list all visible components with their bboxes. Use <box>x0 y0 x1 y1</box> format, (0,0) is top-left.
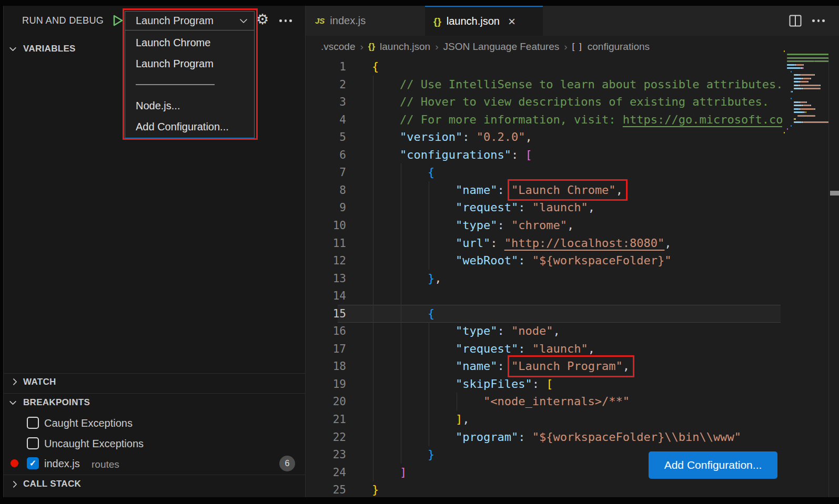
window-left-edge <box>0 6 4 504</box>
line-number: 13 <box>305 270 346 287</box>
code-line: 10 "type": "chrome", <box>305 217 839 234</box>
code-text: // Use IntelliSense to learn about possi… <box>372 76 782 94</box>
editor-more-actions-icon[interactable] <box>812 19 825 22</box>
minimap-line <box>814 60 828 62</box>
section-breakpoints[interactable]: BREAKPOINTS <box>23 397 90 408</box>
minimap-line <box>794 85 798 86</box>
minimap-line <box>787 57 828 59</box>
code-text: "program": "${workspaceFolder}\\bin\\www… <box>372 428 782 446</box>
dropdown-item-config[interactable]: Launch Program <box>125 53 254 74</box>
close-icon[interactable]: × <box>508 15 515 28</box>
checkbox-index-js[interactable]: ✓ <box>27 457 39 469</box>
minimap-line <box>803 64 804 66</box>
code-line: 19 "skipFiles": [ <box>305 375 839 393</box>
breadcrumb-separator: › <box>564 41 567 53</box>
code-line: 13 }, <box>305 270 839 287</box>
section-variables[interactable]: VARIABLES <box>23 44 76 54</box>
breadcrumb-item[interactable]: launch.json <box>380 41 430 53</box>
tab-index-js[interactable]: JS index.js <box>307 6 425 36</box>
checkbox-caught-exceptions[interactable] <box>27 417 39 429</box>
code-line: 15 { <box>305 305 839 323</box>
line-number: 10 <box>305 217 346 234</box>
code-line: 4 // For more information, visit: https:… <box>305 111 839 129</box>
line-number: 22 <box>305 428 346 446</box>
minimap-line <box>803 88 820 89</box>
minimap-line <box>795 118 796 120</box>
code-line: 21 ], <box>305 410 839 428</box>
debug-config-selected-value: Launch Program <box>136 15 214 27</box>
chevron-right-icon[interactable] <box>11 480 19 489</box>
more-actions-icon[interactable] <box>279 19 292 22</box>
line-number: 12 <box>305 252 346 270</box>
add-configuration-button[interactable]: Add Configuration... <box>649 451 777 479</box>
minimap-line <box>797 115 815 117</box>
code-line: 1{ <box>305 58 839 76</box>
code-text: "name": "Launch Program", <box>372 357 782 375</box>
code-editor[interactable]: 1{2 // Use IntelliSense to learn about p… <box>305 58 839 497</box>
debug-config-select[interactable]: Launch Program <box>125 11 255 30</box>
code-line: 11 "url": "http://localhost:8080", <box>305 234 839 252</box>
section-divider <box>4 475 305 475</box>
minimap-line <box>791 71 792 73</box>
dropdown-item-config[interactable]: Launch Chrome <box>125 32 254 53</box>
window-top-edge <box>0 0 839 6</box>
minimap-line <box>806 101 807 103</box>
code-line: 16 "type": "node", <box>305 322 839 340</box>
breakpoint-count-badge: 6 <box>279 456 295 471</box>
chevron-right-icon[interactable] <box>11 377 19 386</box>
chevron-down-icon[interactable] <box>8 398 17 407</box>
code-line: 20 "<node_internals>/**" <box>305 393 839 410</box>
minimap-line <box>814 74 815 76</box>
code-line: 3 // Hover to view descriptions of exist… <box>305 93 839 111</box>
dropdown-item-action[interactable]: Add Configuration... <box>125 116 254 137</box>
minimap-line <box>794 101 799 103</box>
breakpoint-label[interactable]: Caught Exceptions <box>44 417 133 429</box>
line-number: 15 <box>305 305 346 323</box>
code-line: 18 "name": "Launch Program", <box>305 357 839 375</box>
line-number: 14 <box>305 287 346 305</box>
checkbox-uncaught-exceptions[interactable] <box>27 437 39 449</box>
line-number: 20 <box>305 393 346 410</box>
code-line: 12 "webRoot": "${workspaceFolder}" <box>305 252 839 270</box>
gear-icon[interactable]: ⚙ <box>256 13 269 27</box>
chevron-down-icon[interactable] <box>8 45 17 54</box>
minimap-line <box>794 111 803 113</box>
minimap-line <box>794 105 802 106</box>
breakpoint-label[interactable]: Uncaught Exceptions <box>44 438 144 450</box>
code-line: 22 "program": "${workspaceFolder}\\bin\\… <box>305 428 839 446</box>
minimap-line <box>787 60 814 62</box>
line-number: 1 <box>305 58 346 76</box>
sidebar-editor-divider[interactable] <box>305 6 306 504</box>
code-text: ], <box>372 410 782 428</box>
minimap-line <box>791 98 792 99</box>
code-text: "name": "Launch Chrome", <box>372 181 782 199</box>
line-number: 5 <box>305 128 346 146</box>
window-bottom-edge <box>0 497 839 504</box>
section-call-stack[interactable]: CALL STACK <box>23 479 81 489</box>
breakpoint-file-label[interactable]: index.js <box>44 458 80 470</box>
code-text: // For more information, visit: https://… <box>372 111 782 129</box>
code-line: 17 "request": "launch", <box>305 340 839 358</box>
tab-launch-json[interactable]: {} launch.json × <box>425 6 543 36</box>
code-line: 9 "request": "launch", <box>305 199 839 217</box>
code-text: { <box>372 305 782 323</box>
breadcrumb-item[interactable]: .vscode <box>321 41 355 53</box>
breadcrumb-item[interactable]: configurations <box>588 41 650 53</box>
tab-label: index.js <box>330 15 366 27</box>
debug-config-dropdown: Launch ChromeLaunch ProgramNode.js...Add… <box>125 30 255 138</box>
array-icon: [ ] <box>572 42 583 52</box>
editor-tab-bar: JS index.js {} launch.json × <box>305 6 839 36</box>
dropdown-item-action[interactable]: Node.js... <box>125 95 254 116</box>
split-editor-icon[interactable] <box>789 15 802 27</box>
section-watch[interactable]: WATCH <box>23 377 56 387</box>
minimap[interactable] <box>784 50 828 142</box>
line-number: 11 <box>305 234 346 252</box>
code-line: 7 { <box>305 163 839 181</box>
minimap-line <box>803 111 805 113</box>
minimap-line <box>792 91 793 92</box>
minimap-line <box>794 88 802 89</box>
breadcrumb-separator: › <box>360 41 363 53</box>
start-debug-icon[interactable] <box>110 13 125 28</box>
breadcrumb-item[interactable]: JSON Language Features <box>443 41 560 53</box>
minimap-line <box>801 101 806 103</box>
